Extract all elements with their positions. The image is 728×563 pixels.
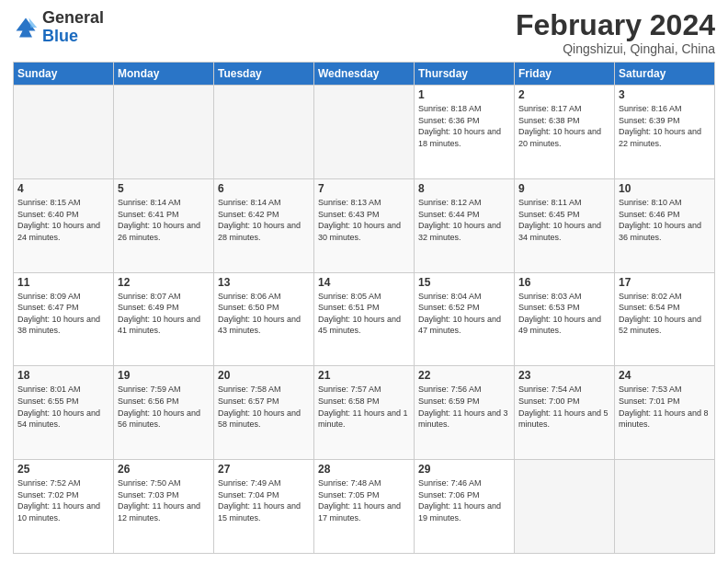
calendar-cell: 29Sunrise: 7:46 AMSunset: 7:06 PMDayligh… <box>415 460 515 554</box>
day-info: Sunrise: 7:56 AMSunset: 6:59 PMDaylight:… <box>418 384 510 430</box>
day-number: 26 <box>118 463 210 476</box>
calendar-cell <box>214 86 314 179</box>
calendar-cell: 26Sunrise: 7:50 AMSunset: 7:03 PMDayligh… <box>114 460 214 554</box>
weekday-header-friday: Friday <box>515 63 615 86</box>
day-info: Sunrise: 8:04 AMSunset: 6:52 PMDaylight:… <box>418 291 510 337</box>
calendar-cell <box>314 86 415 179</box>
day-number: 4 <box>17 182 109 195</box>
day-info: Sunrise: 8:16 AMSunset: 6:39 PMDaylight:… <box>619 103 711 149</box>
day-info: Sunrise: 8:09 AMSunset: 6:47 PMDaylight:… <box>17 291 109 337</box>
week-row-2: 4Sunrise: 8:15 AMSunset: 6:40 PMDaylight… <box>14 178 715 272</box>
day-number: 23 <box>518 369 610 382</box>
day-info: Sunrise: 7:52 AMSunset: 7:02 PMDaylight:… <box>17 477 109 523</box>
day-info: Sunrise: 8:12 AMSunset: 6:44 PMDaylight:… <box>418 197 510 243</box>
logo-icon <box>13 15 39 40</box>
calendar-cell: 20Sunrise: 7:58 AMSunset: 6:57 PMDayligh… <box>214 366 314 460</box>
logo: General Blue <box>13 9 104 46</box>
day-number: 5 <box>118 182 210 195</box>
week-row-3: 11Sunrise: 8:09 AMSunset: 6:47 PMDayligh… <box>14 272 715 366</box>
day-number: 28 <box>318 463 410 476</box>
calendar-cell <box>114 86 214 179</box>
calendar-cell: 14Sunrise: 8:05 AMSunset: 6:51 PMDayligh… <box>314 272 415 366</box>
calendar-cell: 13Sunrise: 8:06 AMSunset: 6:50 PMDayligh… <box>214 272 314 366</box>
calendar-cell: 18Sunrise: 8:01 AMSunset: 6:55 PMDayligh… <box>14 366 114 460</box>
day-info: Sunrise: 8:11 AMSunset: 6:45 PMDaylight:… <box>518 197 610 243</box>
logo-blue-text: Blue <box>42 27 78 45</box>
day-info: Sunrise: 7:54 AMSunset: 7:00 PMDaylight:… <box>518 384 610 430</box>
day-info: Sunrise: 8:17 AMSunset: 6:38 PMDaylight:… <box>518 103 610 149</box>
calendar-cell <box>515 460 615 554</box>
day-info: Sunrise: 8:02 AMSunset: 6:54 PMDaylight:… <box>619 291 711 337</box>
day-info: Sunrise: 8:06 AMSunset: 6:50 PMDaylight:… <box>218 291 310 337</box>
weekday-header-wednesday: Wednesday <box>314 63 415 86</box>
day-info: Sunrise: 8:14 AMSunset: 6:41 PMDaylight:… <box>118 197 210 243</box>
calendar-cell: 5Sunrise: 8:14 AMSunset: 6:41 PMDaylight… <box>114 178 214 272</box>
day-number: 12 <box>118 276 210 289</box>
calendar-cell: 12Sunrise: 8:07 AMSunset: 6:49 PMDayligh… <box>114 272 214 366</box>
day-number: 1 <box>418 88 510 101</box>
day-info: Sunrise: 7:59 AMSunset: 6:56 PMDaylight:… <box>118 384 210 430</box>
calendar-cell: 6Sunrise: 8:14 AMSunset: 6:42 PMDaylight… <box>214 178 314 272</box>
day-number: 3 <box>619 88 711 101</box>
page: General Blue February 2024 Qingshizui, Q… <box>0 0 728 563</box>
day-number: 15 <box>418 276 510 289</box>
day-number: 27 <box>218 463 310 476</box>
day-number: 7 <box>318 182 410 195</box>
title-block: February 2024 Qingshizui, Qinghai, China <box>516 9 715 56</box>
weekday-header-sunday: Sunday <box>14 63 114 86</box>
day-number: 8 <box>418 182 510 195</box>
calendar-cell: 23Sunrise: 7:54 AMSunset: 7:00 PMDayligh… <box>515 366 615 460</box>
calendar-table: SundayMondayTuesdayWednesdayThursdayFrid… <box>13 62 715 554</box>
day-number: 9 <box>518 182 610 195</box>
calendar-cell: 3Sunrise: 8:16 AMSunset: 6:39 PMDaylight… <box>615 86 715 179</box>
weekday-header-row: SundayMondayTuesdayWednesdayThursdayFrid… <box>14 63 715 86</box>
calendar-subtitle: Qingshizui, Qinghai, China <box>516 41 715 56</box>
calendar-cell: 25Sunrise: 7:52 AMSunset: 7:02 PMDayligh… <box>14 460 114 554</box>
day-info: Sunrise: 8:03 AMSunset: 6:53 PMDaylight:… <box>518 291 610 337</box>
day-number: 6 <box>218 182 310 195</box>
day-info: Sunrise: 7:58 AMSunset: 6:57 PMDaylight:… <box>218 384 310 430</box>
day-info: Sunrise: 7:57 AMSunset: 6:58 PMDaylight:… <box>318 384 410 430</box>
calendar-cell: 17Sunrise: 8:02 AMSunset: 6:54 PMDayligh… <box>615 272 715 366</box>
weekday-header-tuesday: Tuesday <box>214 63 314 86</box>
day-number: 19 <box>118 369 210 382</box>
weekday-header-thursday: Thursday <box>415 63 515 86</box>
calendar-cell <box>615 460 715 554</box>
day-info: Sunrise: 8:01 AMSunset: 6:55 PMDaylight:… <box>17 384 109 430</box>
calendar-cell: 2Sunrise: 8:17 AMSunset: 6:38 PMDaylight… <box>515 86 615 179</box>
day-info: Sunrise: 8:10 AMSunset: 6:46 PMDaylight:… <box>619 197 711 243</box>
day-number: 22 <box>418 369 510 382</box>
calendar-cell <box>14 86 114 179</box>
day-info: Sunrise: 7:49 AMSunset: 7:04 PMDaylight:… <box>218 477 310 523</box>
calendar-cell: 10Sunrise: 8:10 AMSunset: 6:46 PMDayligh… <box>615 178 715 272</box>
header: General Blue February 2024 Qingshizui, Q… <box>13 9 715 56</box>
day-number: 25 <box>17 463 109 476</box>
calendar-cell: 7Sunrise: 8:13 AMSunset: 6:43 PMDaylight… <box>314 178 415 272</box>
day-info: Sunrise: 8:13 AMSunset: 6:43 PMDaylight:… <box>318 197 410 243</box>
day-number: 14 <box>318 276 410 289</box>
day-info: Sunrise: 7:46 AMSunset: 7:06 PMDaylight:… <box>418 477 510 523</box>
calendar-cell: 4Sunrise: 8:15 AMSunset: 6:40 PMDaylight… <box>14 178 114 272</box>
calendar-cell: 15Sunrise: 8:04 AMSunset: 6:52 PMDayligh… <box>415 272 515 366</box>
calendar-cell: 11Sunrise: 8:09 AMSunset: 6:47 PMDayligh… <box>14 272 114 366</box>
calendar-cell: 27Sunrise: 7:49 AMSunset: 7:04 PMDayligh… <box>214 460 314 554</box>
calendar-cell: 28Sunrise: 7:48 AMSunset: 7:05 PMDayligh… <box>314 460 415 554</box>
day-number: 10 <box>619 182 711 195</box>
calendar-cell: 1Sunrise: 8:18 AMSunset: 6:36 PMDaylight… <box>415 86 515 179</box>
day-number: 18 <box>17 369 109 382</box>
day-info: Sunrise: 7:50 AMSunset: 7:03 PMDaylight:… <box>118 477 210 523</box>
day-info: Sunrise: 8:05 AMSunset: 6:51 PMDaylight:… <box>318 291 410 337</box>
day-info: Sunrise: 8:14 AMSunset: 6:42 PMDaylight:… <box>218 197 310 243</box>
calendar-cell: 9Sunrise: 8:11 AMSunset: 6:45 PMDaylight… <box>515 178 615 272</box>
weekday-header-monday: Monday <box>114 63 214 86</box>
day-number: 16 <box>518 276 610 289</box>
day-number: 13 <box>218 276 310 289</box>
calendar-cell: 24Sunrise: 7:53 AMSunset: 7:01 PMDayligh… <box>615 366 715 460</box>
calendar-cell: 16Sunrise: 8:03 AMSunset: 6:53 PMDayligh… <box>515 272 615 366</box>
week-row-5: 25Sunrise: 7:52 AMSunset: 7:02 PMDayligh… <box>14 460 715 554</box>
weekday-header-saturday: Saturday <box>615 63 715 86</box>
day-info: Sunrise: 7:48 AMSunset: 7:05 PMDaylight:… <box>318 477 410 523</box>
day-number: 2 <box>518 88 610 101</box>
day-number: 11 <box>17 276 109 289</box>
day-info: Sunrise: 8:15 AMSunset: 6:40 PMDaylight:… <box>17 197 109 243</box>
